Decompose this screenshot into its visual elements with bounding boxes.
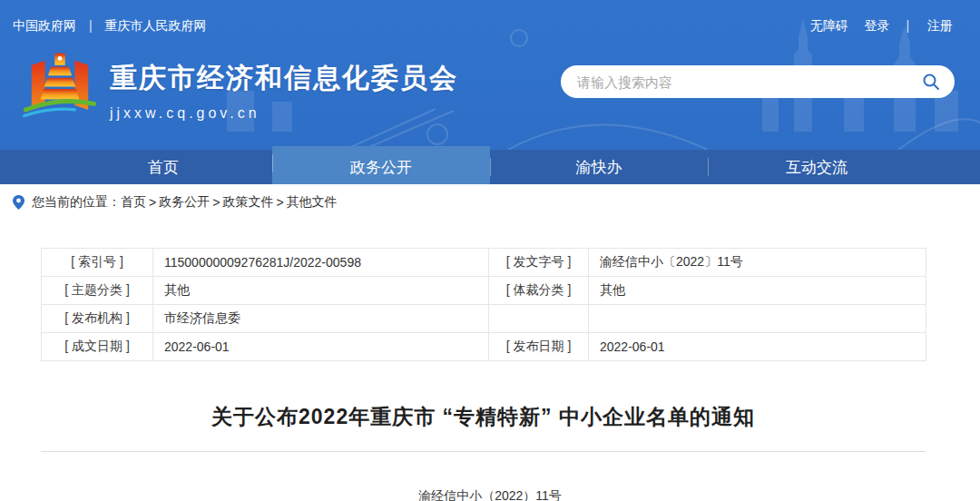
meta-label-topic-category: [ 主题分类 ]: [42, 277, 153, 305]
meta-value-index-number: 11500000009276281J/2022-00598: [153, 249, 489, 277]
accessibility-link[interactable]: 无障碍: [810, 18, 848, 33]
topbar-separator: |: [89, 18, 93, 33]
document-meta-table: [ 索引号 ] 11500000009276281J/2022-00598 [ …: [41, 248, 926, 361]
search-button[interactable]: [920, 71, 942, 93]
breadcrumb-separator: >: [276, 195, 283, 210]
breadcrumb-prefix: 您当前的位置：: [32, 194, 121, 211]
meta-label-doc-symbol: [ 发文字号 ]: [489, 249, 589, 277]
meta-value-genre-category: 其他: [589, 277, 926, 305]
meta-label-genre-category: [ 体裁分类 ]: [489, 277, 589, 305]
search-bar: [561, 65, 955, 98]
topbar-separator: |: [906, 18, 909, 33]
meta-label-publish-date: [ 发布日期 ]: [489, 333, 589, 361]
nav-tab-home[interactable]: 首页: [54, 150, 272, 184]
meta-value-issuing-agency: 市经济信息委: [153, 305, 489, 333]
breadcrumb-item-other-docs[interactable]: 其他文件: [287, 194, 338, 211]
topbar: 中国政府网 | 重庆市人民政府网 无障碍 登录 | 注册: [0, 18, 980, 36]
login-link[interactable]: 登录: [865, 18, 890, 33]
nav-tab-interaction[interactable]: 互动交流: [708, 150, 926, 184]
meta-value-empty: [589, 305, 926, 333]
table-row: [ 成文日期 ] 2022-06-01 [ 发布日期 ] 2022-06-01: [42, 333, 926, 361]
breadcrumb-item-gov-info[interactable]: 政务公开: [159, 194, 210, 211]
breadcrumb: 您当前的位置： 首页 > 政务公开 > 政策文件 > 其他文件: [0, 184, 980, 221]
breadcrumb-item-home[interactable]: 首页: [121, 194, 146, 211]
meta-label-empty: [489, 305, 589, 333]
link-chongqing-gov[interactable]: 重庆市人民政府网: [104, 18, 206, 33]
site-url: jjxxw.cq.gov.cn: [110, 105, 458, 122]
meta-label-index-number: [ 索引号 ]: [42, 249, 153, 277]
meta-value-topic-category: 其他: [153, 277, 489, 305]
agency-logo-emblem-icon: [23, 51, 97, 127]
meta-label-issuing-agency: [ 发布机构 ]: [42, 305, 153, 333]
location-pin-icon: [13, 195, 24, 210]
article-doc-number: 渝经信中小（2022）11号: [0, 488, 980, 501]
topbar-account-links: 无障碍 登录 | 注册: [798, 18, 953, 36]
site-brand: 重庆市经济和信息化委员会 jjxxw.cq.gov.cn: [23, 51, 458, 127]
meta-value-publish-date: 2022-06-01: [589, 333, 926, 361]
main-nav: 首页 政务公开 渝快办 互动交流: [0, 150, 980, 184]
breadcrumb-item-policy-docs[interactable]: 政策文件: [222, 194, 273, 211]
breadcrumb-separator: >: [212, 195, 220, 210]
nav-tab-yukuaiban[interactable]: 渝快办: [490, 150, 708, 184]
site-header: 中国政府网 | 重庆市人民政府网 无障碍 登录 | 注册: [0, 0, 980, 150]
title-divider: [41, 451, 926, 452]
link-china-gov[interactable]: 中国政府网: [13, 18, 76, 33]
register-link[interactable]: 注册: [927, 18, 953, 33]
meta-label-written-date: [ 成文日期 ]: [42, 333, 153, 361]
table-row: [ 发布机构 ] 市经济信息委: [42, 305, 926, 333]
search-icon: [922, 73, 940, 91]
brand-text: 重庆市经济和信息化委员会 jjxxw.cq.gov.cn: [110, 51, 458, 122]
search-input[interactable]: [577, 74, 920, 90]
topbar-gov-links: 中国政府网 | 重庆市人民政府网: [13, 18, 206, 36]
table-row: [ 主题分类 ] 其他 [ 体裁分类 ] 其他: [42, 277, 926, 305]
meta-value-written-date: 2022-06-01: [153, 333, 489, 361]
meta-value-doc-symbol: 渝经信中小〔2022〕11号: [589, 249, 926, 277]
breadcrumb-separator: >: [149, 195, 156, 210]
article-title: 关于公布2022年重庆市 “专精特新” 中小企业名单的通知: [41, 403, 926, 431]
nav-tab-gov-info[interactable]: 政务公开: [272, 146, 490, 184]
site-title: 重庆市经济和信息化委员会: [110, 60, 458, 97]
table-row: [ 索引号 ] 11500000009276281J/2022-00598 [ …: [42, 249, 926, 277]
